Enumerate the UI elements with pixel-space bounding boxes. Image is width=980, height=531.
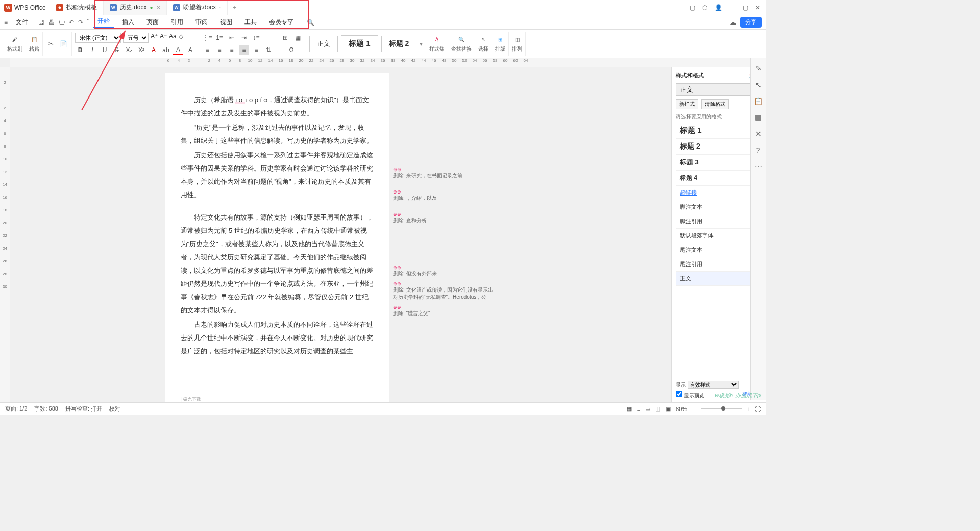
paragraph[interactable]: 历史还包括使用叙事来检一系列过去事件并客观地确定造成这些事件的因果关系的学科。历… bbox=[181, 149, 374, 202]
fit-icon[interactable]: ⛶ bbox=[755, 406, 761, 412]
grow-font-icon[interactable]: A⁺ bbox=[151, 33, 158, 43]
comment-text[interactable]: 删除: 文化遗产或传说，因为它们没有显示出对历史学科的"无私调查"。Herodo… bbox=[393, 287, 493, 300]
zoom-in-icon[interactable]: + bbox=[747, 406, 750, 412]
paragraph[interactable]: 历史（希腊语 ι σ τ ο ρ ί α，通过调查获得的知识"）是书面文件中描述… bbox=[181, 93, 374, 120]
status-words[interactable]: 字数: 588 bbox=[34, 405, 58, 413]
view-read-icon[interactable]: ◫ bbox=[655, 405, 660, 412]
comment-icon[interactable]: ⊕⊕ bbox=[393, 212, 495, 217]
save-icon[interactable]: 🖫 bbox=[38, 19, 44, 26]
undo-icon[interactable]: ↶ bbox=[69, 19, 74, 26]
menu-insert[interactable]: 插入 bbox=[118, 18, 138, 27]
subscript-icon[interactable]: X₂ bbox=[124, 45, 134, 55]
style-item-endnote[interactable]: 尾注文本↵ bbox=[676, 243, 762, 257]
document-page[interactable]: 历史（希腊语 ι σ τ ο ρ ί α，通过调查获得的知识"）是书面文件中描述… bbox=[165, 73, 389, 409]
style-item-body[interactable]: 正文↵ bbox=[676, 272, 762, 286]
comment-text[interactable]: 删除: 查和分析 bbox=[393, 218, 427, 223]
font-size-select[interactable]: 五号 bbox=[123, 33, 149, 43]
preview-checkbox[interactable]: 显示预览 bbox=[676, 393, 704, 398]
arrange-button[interactable]: ◫排列 bbox=[512, 35, 522, 53]
align-left-icon[interactable]: ≡ bbox=[202, 45, 212, 55]
view-web-icon[interactable]: ▭ bbox=[645, 405, 650, 412]
comment-text[interactable]: 删除: "谎言之父" bbox=[393, 310, 430, 316]
para-spacing-icon[interactable]: ⇅ bbox=[263, 45, 274, 55]
tab-template[interactable]: ◆ 找稻壳模板 bbox=[50, 1, 104, 15]
clear-format-button[interactable]: 清除格式 bbox=[701, 99, 729, 109]
bullets-icon[interactable]: ⋮≡ bbox=[202, 33, 212, 43]
redo-icon[interactable]: ↷ bbox=[78, 19, 83, 26]
share-button[interactable]: 分享 bbox=[740, 17, 762, 28]
layers-icon[interactable]: ▤ bbox=[755, 113, 762, 122]
cut-icon[interactable]: ✂ bbox=[46, 39, 56, 49]
new-style-button[interactable]: 新样式 bbox=[676, 99, 698, 109]
style-item-h3[interactable]: 标题 3↵ bbox=[676, 155, 762, 171]
comment-icon[interactable]: ⊕⊕ bbox=[393, 305, 495, 310]
outdent-icon[interactable]: ⇤ bbox=[227, 33, 237, 43]
comment-text[interactable]: 删除: 但没有外部来 bbox=[393, 271, 437, 276]
style-h2[interactable]: 标题 2 bbox=[381, 36, 417, 52]
menu-view[interactable]: 视图 bbox=[216, 18, 236, 27]
comment-icon[interactable]: ⊕⊕ bbox=[393, 189, 495, 195]
chevron-down-icon[interactable]: ˇ bbox=[87, 19, 89, 26]
minimize-icon[interactable]: — bbox=[729, 4, 736, 11]
window-icon[interactable]: ▢ bbox=[690, 4, 695, 11]
view-outline-icon[interactable]: ≡ bbox=[637, 406, 640, 412]
indent-icon[interactable]: ⇥ bbox=[239, 33, 249, 43]
tab-doc1[interactable]: W 历史.docx ● ✕ bbox=[104, 1, 167, 15]
pencil-icon[interactable]: ✎ bbox=[755, 64, 762, 73]
font-name-select[interactable]: 宋体 (正文) bbox=[75, 33, 121, 43]
style-more-icon[interactable]: ▾ bbox=[420, 40, 423, 47]
align-right-icon[interactable]: ≡ bbox=[227, 45, 237, 55]
menu-start[interactable]: 开始 bbox=[93, 17, 114, 28]
italic-icon[interactable]: I bbox=[87, 45, 97, 55]
tools-icon[interactable]: ✕ bbox=[755, 130, 762, 138]
comment-text[interactable]: 删除: ，介绍，以及 bbox=[393, 195, 437, 201]
new-tab-button[interactable]: + bbox=[228, 4, 241, 11]
style-body[interactable]: 正文 bbox=[309, 36, 338, 52]
select-button[interactable]: ↖选择 bbox=[478, 35, 488, 53]
status-page[interactable]: 页面: 1/2 bbox=[5, 405, 27, 413]
close-window-icon[interactable]: ✕ bbox=[755, 4, 761, 11]
style-item-h1[interactable]: 标题 1↵ bbox=[676, 123, 762, 139]
strike-icon[interactable]: S̶ bbox=[112, 45, 122, 55]
comment-text[interactable]: 删除: 来研究，在书面记录之前 bbox=[393, 173, 462, 178]
menu-review[interactable]: 审阅 bbox=[191, 18, 212, 27]
zoom-out-icon[interactable]: − bbox=[692, 406, 695, 412]
paragraph[interactable]: "历史"是一个总称，涉及到过去的事件以及记忆，发现，收集，组织关于这些事件的信息… bbox=[181, 121, 374, 148]
paragraph[interactable]: 特定文化共有的故事，源的支持（例如亚瑟王周围的故事），通常被归为元前 5 世纪的… bbox=[181, 211, 374, 317]
close-icon[interactable]: ✕ bbox=[156, 5, 160, 10]
change-case-icon[interactable]: Aa bbox=[169, 33, 177, 43]
find-button[interactable]: 🔍查找替换 bbox=[451, 35, 472, 53]
text-color-icon[interactable]: A bbox=[173, 45, 183, 55]
menu-hamburger-icon[interactable]: ≡ bbox=[4, 19, 8, 26]
style-h1[interactable]: 标题 1 bbox=[341, 35, 378, 52]
select-arrow-icon[interactable]: ↖ bbox=[755, 81, 762, 89]
shading-icon[interactable]: A bbox=[185, 45, 195, 55]
comment-icon[interactable]: ⊕⊕ bbox=[393, 265, 495, 270]
justify-icon[interactable]: ≡ bbox=[239, 45, 249, 55]
zoom-slider[interactable] bbox=[701, 408, 742, 409]
show-select[interactable]: 有效样式 bbox=[688, 381, 739, 389]
bold-icon[interactable]: B bbox=[75, 45, 85, 55]
cloud-icon[interactable]: ☁ bbox=[730, 19, 736, 26]
paragraph[interactable]: 古老的影响力促成人们对历史本质的不同诠释，这些诠释在过去的几个世纪中不断演变，并… bbox=[181, 318, 374, 358]
format-brush-button[interactable]: 🖌格式刷 bbox=[7, 35, 22, 53]
style-item-endref[interactable]: 尾注引用a bbox=[676, 257, 762, 272]
status-proof[interactable]: 校对 bbox=[109, 405, 120, 413]
menu-ref[interactable]: 引用 bbox=[167, 18, 187, 27]
view-focus-icon[interactable]: ▣ bbox=[666, 405, 671, 412]
user-icon[interactable]: 👤 bbox=[715, 4, 722, 11]
style-item-footref[interactable]: 脚注引用a bbox=[676, 214, 762, 229]
tab-doc2[interactable]: W 盼望着.docx • bbox=[167, 1, 228, 15]
styles-button[interactable]: Ą样式集 bbox=[429, 35, 445, 53]
comment-icon[interactable]: ⊕⊕ bbox=[393, 167, 495, 172]
shrink-font-icon[interactable]: A⁻ bbox=[160, 33, 167, 43]
clipboard-icon[interactable]: 📋 bbox=[754, 97, 763, 105]
numbering-icon[interactable]: 1≡ bbox=[214, 33, 225, 43]
copy-icon[interactable]: 📄 bbox=[58, 39, 68, 49]
line-spacing-icon[interactable]: ↕≡ bbox=[251, 33, 261, 43]
search-icon[interactable]: 🔍 bbox=[307, 19, 314, 26]
fill-icon[interactable]: ▦ bbox=[292, 33, 303, 43]
comment-icon[interactable]: ⊕⊕ bbox=[393, 281, 495, 286]
style-item-link[interactable]: 超链接a bbox=[676, 186, 762, 200]
menu-file[interactable]: 文件 bbox=[12, 18, 32, 27]
